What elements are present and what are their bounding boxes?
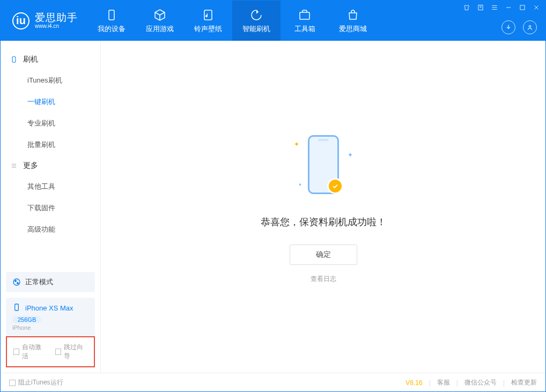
nav-toolbox[interactable]: 工具箱 [281,1,329,41]
nav-label: 铃声壁纸 [194,24,222,34]
checkbox-icon [13,349,19,355]
footer-bar: 阻止iTunes运行 V8.16 | 客服 | 微信公众号 | 检查更新 [1,373,545,392]
version-label: V8.16 [405,379,422,387]
wechat-link[interactable]: 微信公众号 [464,378,497,387]
minimize-icon[interactable] [505,4,512,11]
sidebar-item-itunes-flash[interactable]: iTunes刷机 [1,70,100,91]
nav-label: 工具箱 [294,24,315,34]
success-message: 恭喜您，保资料刷机成功啦！ [261,216,386,228]
checkbox-icon [9,380,16,386]
device-name-label: iPhone XS Max [25,304,73,312]
phone-small-icon [12,303,21,313]
header-bar: iu 爱思助手 www.i4.cn 我的设备 应用游戏 铃声壁纸 智能刷机 工具… [1,1,545,41]
sidebar-section-flash: 刷机 [1,49,100,70]
device-storage-badge: 256GB [12,316,41,323]
svg-rect-4 [520,5,525,10]
sidebar-item-oneclick-flash[interactable]: 一键刷机 [1,91,100,113]
svg-rect-2 [300,12,309,19]
sidebar-item-pro-flash[interactable]: 专业刷机 [1,113,100,134]
sidebar-item-batch-flash[interactable]: 批量刷机 [1,134,100,156]
check-badge-icon [327,178,343,194]
nav-smart-flash[interactable]: 智能刷机 [232,1,281,41]
logo-subtitle: www.i4.cn [35,23,78,29]
support-link[interactable]: 客服 [437,378,450,387]
nav-my-device[interactable]: 我的设备 [87,1,136,41]
checkbox-label: 自动激活 [22,343,46,361]
mode-label: 正常模式 [25,277,53,287]
device-icon [10,56,18,63]
shirt-icon[interactable] [463,4,470,11]
skip-guide-checkbox[interactable]: 跳过向导 [55,343,87,361]
separator: | [429,379,431,387]
success-illustration: ✦ ✦ • [283,130,364,199]
window-controls [463,4,540,11]
header-actions [501,20,537,34]
checkbox-icon [55,349,61,355]
refresh-icon [249,8,263,22]
view-log-link[interactable]: 查看日志 [311,275,336,284]
sidebar-item-advanced[interactable]: 高级功能 [1,219,100,240]
nav-label: 爱思商城 [339,24,367,34]
logo-icon: iu [12,12,29,29]
logo-title: 爱思助手 [35,12,78,24]
auto-activate-checkbox[interactable]: 自动激活 [13,343,46,361]
sparkle-icon: ✦ [348,151,353,159]
svg-rect-10 [15,304,19,310]
section-label: 刷机 [23,55,38,64]
download-button[interactable] [501,20,515,34]
svg-point-5 [529,26,531,28]
checkbox-label: 跳过向导 [64,343,87,361]
phone-icon [105,8,119,22]
nav-store[interactable]: 爱思商城 [329,1,377,41]
svg-rect-1 [204,10,212,20]
svg-rect-6 [12,57,16,63]
main-nav: 我的设备 应用游戏 铃声壁纸 智能刷机 工具箱 爱思商城 [87,1,377,41]
sidebar-item-download-firmware[interactable]: 下载固件 [1,197,100,219]
cube-icon [153,8,167,22]
separator: | [503,379,505,387]
ok-button[interactable]: 确定 [290,245,357,265]
svg-point-8 [15,280,17,282]
nav-label: 智能刷机 [242,24,270,34]
list-icon [10,162,18,169]
sparkle-icon: • [299,181,301,189]
sparkle-icon: ✦ [294,140,299,148]
logo[interactable]: iu 爱思助手 www.i4.cn [1,1,87,41]
check-update-link[interactable]: 检查更新 [511,378,537,387]
device-info[interactable]: iPhone XS Max 256GB iPhone [6,298,95,336]
sidebar-section-more: 更多 [1,156,100,176]
svg-point-7 [13,279,20,285]
nav-label: 应用游戏 [146,24,174,34]
section-label: 更多 [23,161,38,171]
sidebar: 刷机 iTunes刷机 一键刷机 专业刷机 批量刷机 更多 其他工具 下载固件 … [1,41,101,373]
menu-icon[interactable] [491,4,498,11]
svg-rect-0 [109,10,114,20]
bag-icon [346,8,360,22]
highlighted-options: 自动激活 跳过向导 [6,336,95,367]
device-type-label: iPhone [12,324,88,331]
sidebar-item-other-tools[interactable]: 其他工具 [1,176,100,197]
nav-label: 我的设备 [98,24,126,34]
block-itunes-checkbox[interactable]: 阻止iTunes运行 [9,378,63,387]
music-icon [201,8,215,22]
separator: | [456,379,458,387]
svg-point-9 [17,283,19,284]
main-content: ✦ ✦ • 恭喜您，保资料刷机成功啦！ 确定 查看日志 [101,41,545,373]
user-button[interactable] [523,20,537,34]
briefcase-icon [298,8,312,22]
sync-icon [12,278,21,286]
checkbox-label: 阻止iTunes运行 [18,378,63,387]
nav-apps-games[interactable]: 应用游戏 [136,1,184,41]
note-icon[interactable] [477,4,484,11]
close-icon[interactable] [533,4,540,11]
nav-ringtone-wallpaper[interactable]: 铃声壁纸 [184,1,232,41]
mode-indicator[interactable]: 正常模式 [6,272,95,292]
maximize-icon[interactable] [519,4,526,11]
